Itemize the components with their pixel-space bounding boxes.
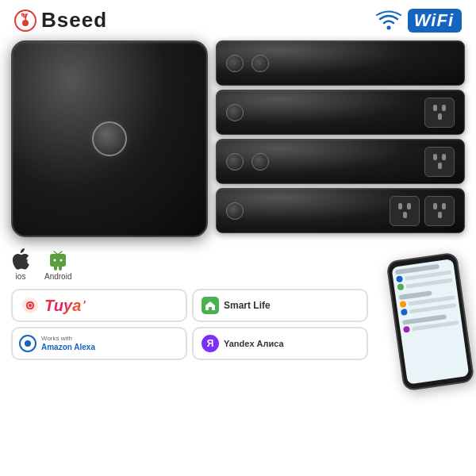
socket-hole-b-3a	[403, 212, 407, 218]
alexa-badge: Works with Amazon Alexa	[11, 327, 187, 360]
brand-icon	[14, 10, 36, 32]
switch-button-single-3[interactable]	[226, 202, 244, 220]
socket-holes-3b	[433, 203, 446, 218]
socket-hole-r-3a	[407, 203, 411, 209]
svg-point-8	[29, 304, 32, 307]
phone-dot-1	[396, 275, 403, 282]
svg-line-6	[59, 251, 62, 254]
smart-life-badge: Smart Life	[192, 289, 368, 322]
two-buttons-2	[226, 153, 269, 171]
phone-dot-3	[399, 301, 406, 308]
bottom-left: ios Android	[11, 248, 368, 379]
phone-dot-2	[397, 283, 404, 290]
socket-top-holes-3a	[398, 203, 411, 209]
eu-socket-2	[424, 147, 455, 177]
socket-top-holes	[433, 105, 446, 111]
switch-button[interactable]	[92, 121, 127, 156]
wifi-area: WiFi	[374, 9, 462, 33]
brand-name-text: Bseed	[41, 8, 107, 33]
header: Bseed WiFi	[0, 0, 476, 37]
phone-screen	[391, 259, 469, 384]
svg-point-2	[386, 25, 390, 29]
socket-hole-bottom-2	[438, 163, 442, 169]
switch-button-left[interactable]	[226, 55, 244, 72]
socket-holes-3a	[398, 203, 411, 218]
tuya-logo-icon	[21, 296, 40, 315]
panel-1gang-socket	[216, 90, 465, 135]
yandex-logo-symbol: Я	[207, 338, 214, 349]
small-panels-grid	[216, 40, 465, 237]
phone-area	[378, 248, 465, 379]
socket-holes	[433, 105, 446, 120]
tuya-curl-icon: ʼ	[83, 298, 86, 313]
eu-socket-3a	[390, 196, 420, 226]
panel-2gang	[216, 40, 465, 86]
eu-socket	[424, 98, 455, 128]
svg-point-4	[60, 259, 63, 262]
platform-row: ios Android	[11, 248, 368, 281]
brand-logo: Bseed	[14, 8, 107, 33]
svg-point-3	[54, 259, 56, 262]
alexa-ring-icon	[19, 335, 36, 352]
socket-hole-b-3b	[438, 212, 442, 218]
two-buttons	[226, 55, 269, 72]
switch-button-right-2[interactable]	[251, 153, 269, 171]
alexa-ring-inner	[25, 340, 31, 347]
tuya-badge: Tuya ʼ	[11, 289, 187, 322]
phone-mockup	[386, 251, 474, 391]
one-button-3	[226, 202, 244, 220]
platform-ios: ios	[11, 248, 30, 281]
switch-button-single[interactable]	[226, 104, 244, 121]
socket-holes-2	[433, 154, 446, 169]
phone-dot-4	[401, 309, 408, 316]
socket-top-holes-2	[433, 154, 446, 160]
android-icon	[48, 248, 67, 271]
alexa-main-text: Amazon Alexa	[41, 343, 95, 351]
svg-line-5	[54, 251, 57, 254]
phone-dot-5	[403, 326, 410, 333]
socket-hole-left	[433, 105, 437, 111]
panel-2gang-socket	[216, 139, 465, 184]
wifi-badge-label: WiFi	[408, 9, 462, 33]
smart-life-icon	[202, 297, 219, 314]
socket-hole-l-3a	[398, 203, 402, 209]
platform-android: Android	[44, 248, 71, 281]
home-icon	[204, 299, 217, 312]
yandex-badge: Я Yandex Алиса	[192, 327, 368, 360]
yandex-icon: Я	[202, 335, 219, 352]
switch-button-right[interactable]	[251, 55, 269, 72]
main-content	[0, 37, 476, 242]
eu-socket-3b	[424, 196, 455, 226]
badges-grid: Tuya ʼ Smart Life Works with	[11, 289, 368, 360]
switch-button-left-2[interactable]	[226, 153, 244, 171]
socket-hole-right	[442, 105, 446, 111]
android-label: Android	[44, 272, 71, 281]
socket-hole-bottom	[438, 113, 442, 120]
bottom-section: ios Android	[0, 242, 476, 379]
panel-double-socket	[216, 188, 465, 233]
alexa-text-group: Works with Amazon Alexa	[41, 336, 95, 351]
wifi-icon	[374, 10, 403, 32]
yandex-text: Yandex Алиса	[224, 339, 284, 348]
alexa-small-text: Works with	[41, 336, 95, 343]
apple-icon	[11, 248, 30, 271]
svg-point-1	[22, 20, 29, 26]
smart-life-text: Smart Life	[224, 300, 271, 311]
ios-label: ios	[16, 272, 26, 281]
socket-hole-r-3b	[442, 203, 446, 209]
socket-top-holes-3b	[433, 203, 446, 209]
socket-hole-left-2	[433, 154, 437, 160]
tuya-text: Tuya	[44, 297, 81, 315]
socket-hole-right-2	[442, 154, 446, 160]
double-eu-socket	[390, 196, 455, 226]
socket-hole-l-3b	[433, 203, 437, 209]
one-button	[226, 104, 244, 121]
large-switch-panel	[11, 40, 208, 237]
